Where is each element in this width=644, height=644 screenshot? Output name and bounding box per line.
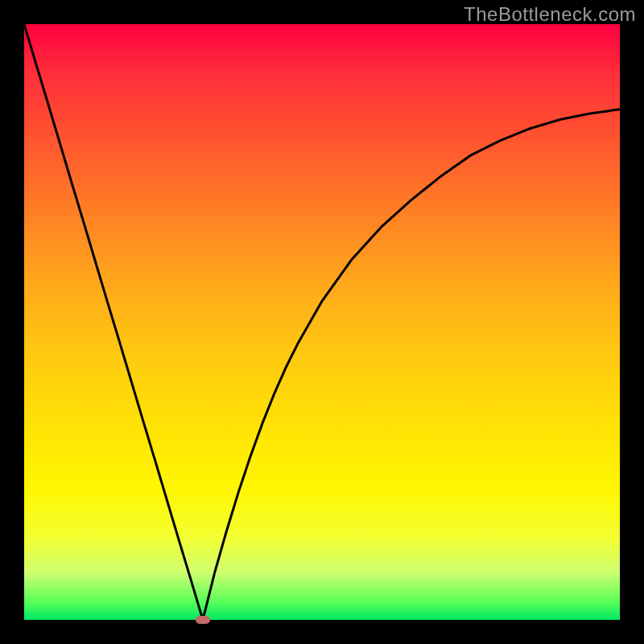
plot-area [24, 24, 620, 620]
chart-frame: TheBottleneck.com [0, 0, 644, 644]
curve-svg [24, 24, 620, 620]
bottleneck-curve [24, 24, 620, 620]
watermark-text: TheBottleneck.com [464, 3, 636, 26]
minimum-marker [196, 616, 210, 624]
